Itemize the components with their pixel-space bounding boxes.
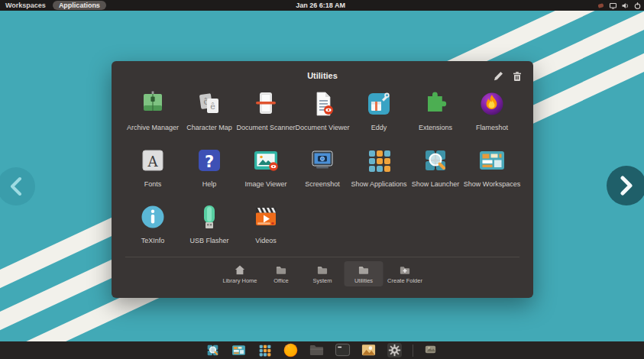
dock-show-workspaces[interactable] (231, 342, 247, 358)
document-viewer-icon (307, 89, 338, 119)
app-label: Help (202, 181, 217, 188)
app-flameshot[interactable]: Flameshot (464, 89, 520, 145)
photos-icon (361, 342, 377, 358)
dock-separator (413, 344, 413, 357)
app-fonts[interactable]: A Fonts (125, 145, 181, 202)
app-show-applications[interactable]: Show Applications (351, 145, 407, 202)
display-icon[interactable] (609, 2, 617, 10)
help-icon: ? (194, 145, 225, 176)
menu-applications[interactable]: Applications (53, 1, 106, 10)
workspace-next-button[interactable] (607, 166, 644, 205)
app-show-workspaces[interactable]: Show Workspaces (464, 145, 520, 202)
app-show-launcher[interactable]: Show Launcher (407, 145, 464, 202)
app-label: Character Map (186, 125, 232, 131)
app-label: Extensions (419, 125, 452, 131)
tab-label: Office (273, 278, 288, 284)
app-help[interactable]: ? Help (181, 145, 238, 202)
fonts-icon: A (138, 145, 168, 176)
svg-text:?: ? (205, 153, 214, 171)
image-viewer-icon (251, 145, 281, 176)
tab-label: Utilities (354, 278, 373, 284)
app-label: Flameshot (476, 125, 508, 131)
document-scanner-icon (251, 89, 281, 119)
clock[interactable]: Jan 26 6:18 AM (296, 0, 345, 11)
svg-text:A: A (147, 154, 159, 170)
dock-terminal[interactable] (335, 342, 351, 358)
folder-icon (317, 264, 328, 276)
texinfo-icon (138, 202, 168, 232)
pencil-icon (493, 71, 503, 82)
tab-label: Create Folder (387, 278, 422, 284)
menu-workspaces[interactable]: Workspaces (0, 0, 51, 11)
app-document-viewer[interactable]: Document Viewer (294, 89, 351, 145)
app-label: Image Viewer (245, 181, 287, 188)
files-icon (309, 342, 325, 358)
app-label: USB Flasher (189, 238, 228, 244)
dock-photos[interactable] (361, 342, 377, 358)
tab-label: Library Home (222, 278, 257, 284)
app-label: Show Applications (351, 181, 406, 188)
app-character-map[interactable]: ĉ ê Character Map (181, 89, 238, 145)
app-usb-flasher[interactable]: USB Flasher (181, 202, 238, 258)
show-applications-icon (364, 145, 394, 176)
volume-icon[interactable] (621, 2, 629, 10)
dock-show-launcher[interactable] (205, 342, 221, 358)
show-workspaces-icon (231, 342, 247, 358)
apps-grid: Archive Manager ĉ ê Character Map (125, 89, 520, 258)
tab-office[interactable]: Office (262, 261, 301, 286)
show-launcher-icon (420, 145, 451, 176)
workspace-prev-button[interactable] (0, 167, 35, 205)
dock-show-applications[interactable] (257, 342, 273, 358)
folder-icon (358, 264, 370, 276)
show-applications-icon (257, 342, 273, 358)
app-folder-panel: Utilities (112, 61, 533, 298)
app-label: Fonts (144, 181, 162, 188)
top-panel: Workspaces Applications Jan 26 6:18 AM (0, 0, 644, 11)
desktop: Workspaces Applications Jan 26 6:18 AM U… (0, 0, 644, 359)
dock-tray-app[interactable] (423, 342, 439, 358)
dock (0, 341, 644, 359)
app-texinfo[interactable]: TeXInfo (125, 202, 181, 258)
archive-manager-icon (138, 89, 168, 119)
app-videos[interactable]: Videos (238, 202, 294, 258)
svg-text:ê: ê (210, 102, 215, 112)
delete-folder-button[interactable] (512, 71, 523, 85)
app-extensions[interactable]: Extensions (407, 89, 464, 145)
usb-flasher-icon (194, 202, 225, 232)
app-image-viewer[interactable]: Image Viewer (238, 145, 294, 202)
folder-title: Utilities (112, 71, 533, 80)
app-eddy[interactable]: Eddy (351, 89, 407, 145)
tab-system[interactable]: System (303, 261, 342, 286)
app-label: Screenshot (305, 181, 340, 188)
show-workspaces-icon (477, 145, 507, 176)
dock-files[interactable] (309, 342, 325, 358)
dock-firefox[interactable] (283, 342, 299, 358)
tab-library-home[interactable]: Library Home (221, 261, 260, 286)
edit-folder-button[interactable] (493, 71, 503, 85)
indicator-icon[interactable] (597, 2, 605, 10)
power-icon[interactable] (633, 2, 642, 10)
screenshot-icon (307, 145, 338, 176)
app-screenshot[interactable]: Screenshot (294, 145, 351, 202)
app-document-scanner[interactable]: Document Scanner (238, 89, 294, 145)
extensions-icon (420, 89, 451, 119)
firefox-icon (283, 342, 299, 358)
tab-create-folder[interactable]: Create Folder (386, 261, 425, 286)
folder-actions (493, 71, 523, 85)
videos-icon (251, 202, 281, 232)
app-label: Document Viewer (296, 125, 350, 131)
tab-label: System (312, 278, 332, 284)
dock-settings[interactable] (387, 342, 403, 358)
app-label: TeXInfo (141, 238, 165, 244)
system-tray (597, 0, 642, 11)
eddy-icon (364, 89, 394, 119)
tab-utilities[interactable]: Utilities (345, 261, 383, 286)
divider (125, 257, 519, 257)
folder-icon (276, 264, 287, 276)
trash-icon (512, 71, 523, 82)
settings-gear-icon (387, 342, 403, 358)
tray-app-icon (423, 342, 438, 357)
app-label: Archive Manager (127, 125, 179, 131)
app-archive-manager[interactable]: Archive Manager (125, 89, 181, 145)
chevron-right-icon (618, 175, 635, 196)
